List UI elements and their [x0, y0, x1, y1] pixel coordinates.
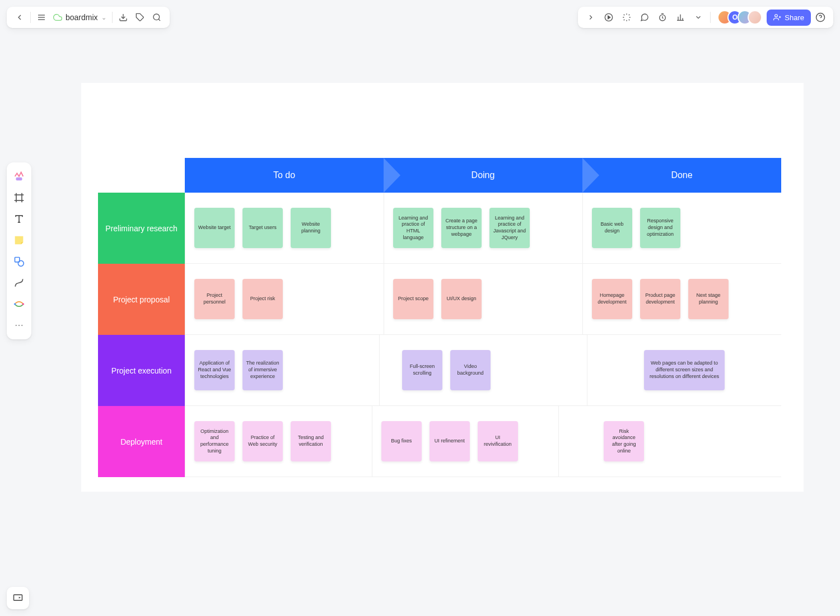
- comment-button[interactable]: [636, 9, 653, 26]
- board-cell[interactable]: Website target Target users Website plan…: [185, 193, 384, 264]
- avatar[interactable]: [748, 10, 762, 25]
- chevron-down-icon: ⌄: [101, 14, 106, 21]
- curve-icon: [13, 277, 25, 288]
- canvas[interactable]: To do Doing Done Preliminary research We…: [81, 83, 804, 492]
- header-spacer: [98, 158, 185, 193]
- back-button[interactable]: [11, 9, 28, 26]
- kanban-card[interactable]: Website planning: [291, 208, 331, 248]
- play-icon: [604, 13, 613, 22]
- avatar-stack[interactable]: O: [717, 10, 762, 25]
- board-cell[interactable]: Bug fixes UI refinement UI revivificatio…: [372, 406, 559, 477]
- kanban-card[interactable]: Homepage development: [592, 279, 632, 319]
- column-header[interactable]: Done: [582, 158, 781, 193]
- search-button[interactable]: [148, 9, 165, 26]
- kanban-card[interactable]: UI/UX design: [441, 279, 482, 319]
- row-label[interactable]: Project execution: [98, 335, 185, 406]
- more-tools[interactable]: [10, 316, 29, 335]
- row-label[interactable]: Project proposal: [98, 264, 185, 335]
- sticky-note-tool[interactable]: [10, 231, 29, 250]
- svg-point-5: [153, 14, 160, 20]
- column-label: Doing: [472, 170, 495, 180]
- brand-dropdown[interactable]: boardmix ⌄: [50, 13, 110, 22]
- board-cell[interactable]: Application of React and Vue technologie…: [185, 335, 379, 406]
- menu-button[interactable]: [33, 9, 50, 26]
- column-label: To do: [273, 170, 295, 180]
- share-button[interactable]: Share: [767, 10, 811, 26]
- board-cell[interactable]: Basic web design Responsive design and o…: [582, 193, 781, 264]
- kanban-card[interactable]: Bug fixes: [381, 421, 422, 461]
- svg-point-30: [16, 325, 17, 326]
- kanban-card[interactable]: Product page development: [640, 279, 680, 319]
- help-button[interactable]: [812, 9, 829, 26]
- mindmap-tool[interactable]: [10, 295, 29, 314]
- kanban-card[interactable]: Website target: [194, 208, 235, 248]
- board-cell[interactable]: Learning and practice of HTML language C…: [384, 193, 582, 264]
- column-header[interactable]: Doing: [384, 158, 582, 193]
- menu-icon: [37, 13, 46, 22]
- user-plus-icon: [773, 13, 781, 21]
- kanban-card[interactable]: Responsive design and optimization: [640, 208, 680, 248]
- connector-tool[interactable]: [10, 273, 29, 292]
- share-label: Share: [785, 13, 804, 22]
- kanban-board: To do Doing Done Preliminary research We…: [98, 158, 781, 477]
- kanban-card[interactable]: Learning and practice of HTML language: [393, 208, 433, 248]
- kanban-card[interactable]: Optimization and performance tuning: [194, 421, 235, 461]
- kanban-card[interactable]: Next stage planning: [688, 279, 729, 319]
- board-header-row: To do Doing Done: [98, 158, 781, 193]
- kanban-card[interactable]: Learning and practice of Javascript and …: [489, 208, 530, 248]
- kanban-card[interactable]: Web pages can be adapted to different sc…: [644, 350, 725, 390]
- play-button[interactable]: [600, 9, 617, 26]
- board-cell[interactable]: Homepage development Product page develo…: [582, 264, 781, 335]
- board-cell[interactable]: Full-screen scrolling Video background: [379, 335, 587, 406]
- download-button[interactable]: [115, 9, 132, 26]
- kanban-card[interactable]: The realization of immersive experience: [242, 350, 283, 390]
- svg-point-32: [21, 325, 22, 326]
- divider: [112, 12, 113, 23]
- board-cell[interactable]: Project personnel Project risk: [185, 264, 384, 335]
- tag-button[interactable]: [132, 9, 148, 26]
- board-cell[interactable]: Web pages can be adapted to different sc…: [587, 335, 781, 406]
- kanban-card[interactable]: Risk avoidance after going online: [604, 421, 644, 461]
- text-tool[interactable]: [10, 209, 29, 228]
- cloud-icon: [53, 13, 62, 22]
- chart-button[interactable]: [672, 9, 689, 26]
- more-button[interactable]: [690, 9, 707, 26]
- help-icon: [815, 12, 825, 22]
- kanban-card[interactable]: Project personnel: [194, 279, 235, 319]
- kanban-card[interactable]: Project scope: [393, 279, 433, 319]
- timer-button[interactable]: [654, 9, 671, 26]
- download-icon: [119, 13, 128, 22]
- divider: [710, 12, 711, 23]
- svg-marker-34: [19, 597, 21, 599]
- spark-button[interactable]: [618, 9, 635, 26]
- sticker-tool[interactable]: [10, 167, 29, 186]
- row-label[interactable]: Preliminary research: [98, 193, 185, 264]
- board-cell[interactable]: Risk avoidance after going online: [558, 406, 781, 477]
- board-cell[interactable]: Project scope UI/UX design: [384, 264, 582, 335]
- kanban-card[interactable]: UI refinement: [430, 421, 470, 461]
- board-cell[interactable]: Optimization and performance tuning Prac…: [185, 406, 372, 477]
- spark-icon: [622, 13, 631, 22]
- frame-icon: [13, 192, 25, 203]
- kanban-card[interactable]: Practice of Web security: [242, 421, 283, 461]
- tag-icon: [136, 13, 144, 22]
- kanban-card[interactable]: Application of React and Vue technologie…: [194, 350, 235, 390]
- kanban-card[interactable]: Full-screen scrolling: [402, 350, 442, 390]
- chat-icon: [640, 13, 649, 22]
- slide-panel-button[interactable]: [7, 587, 29, 609]
- kanban-card[interactable]: Testing and verification: [291, 421, 331, 461]
- kanban-card[interactable]: Target users: [242, 208, 283, 248]
- kanban-card[interactable]: Video background: [450, 350, 491, 390]
- frame-tool[interactable]: [10, 188, 29, 207]
- chevron-right-button[interactable]: [582, 9, 599, 26]
- kanban-card[interactable]: UI revivification: [478, 421, 518, 461]
- kanban-card[interactable]: Basic web design: [592, 208, 632, 248]
- shape-icon: [13, 256, 25, 267]
- column-header[interactable]: To do: [185, 158, 384, 193]
- kanban-card[interactable]: Project risk: [242, 279, 283, 319]
- timer-icon: [658, 13, 667, 22]
- kanban-card[interactable]: Create a page structure on a webpage: [441, 208, 482, 248]
- shape-tool[interactable]: [10, 252, 29, 271]
- row-label[interactable]: Deployment: [98, 406, 185, 477]
- board-row: Deployment Optimization and performance …: [98, 406, 781, 477]
